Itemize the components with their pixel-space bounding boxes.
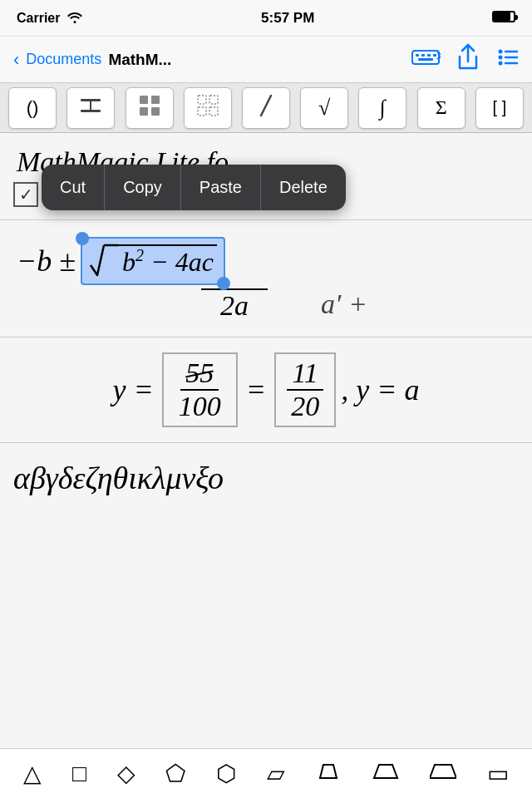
y-eq-label: y = [113, 372, 154, 407]
selection-handle-top[interactable] [76, 232, 89, 245]
diamond-shape: ◇ [117, 760, 135, 787]
svg-line-25 [261, 96, 271, 116]
frac-suffix: , y = a [341, 372, 419, 407]
svg-rect-15 [81, 110, 101, 112]
back-arrow-icon[interactable]: ‹ [13, 49, 19, 71]
trapezoid3-shape [430, 761, 456, 787]
brackets-button[interactable]: [ ] [475, 87, 524, 129]
slash-button[interactable] [242, 87, 290, 129]
svg-rect-21 [198, 96, 206, 104]
trapezoid2-shape [372, 761, 399, 787]
svg-rect-2 [421, 54, 425, 57]
svg-rect-23 [198, 107, 206, 116]
nav-right [411, 43, 519, 76]
brackets-icon: [ ] [493, 98, 507, 117]
slash-icon [253, 92, 279, 123]
svg-marker-29 [430, 765, 456, 778]
integral-icon: ∫ [380, 96, 386, 121]
triangle-shape: △ [23, 760, 42, 787]
share-button[interactable] [456, 43, 480, 76]
svg-rect-22 [209, 96, 218, 104]
boxed-fraction-2: 11 20 [274, 352, 336, 427]
matrix-icon [136, 92, 163, 123]
context-menu: Cut Copy Paste Delete [42, 165, 346, 210]
dotted-matrix-button[interactable] [184, 87, 232, 129]
status-bar: Carrier 5:57 PM [0, 0, 532, 37]
formula-row: −b ± b2 − 4ac [0, 229, 532, 285]
svg-rect-0 [412, 51, 439, 64]
svg-rect-17 [140, 96, 148, 104]
separator-3 [0, 442, 532, 443]
formula-suffix: a′ + [321, 288, 367, 322]
svg-point-8 [499, 49, 503, 53]
parentheses-icon: () [27, 97, 39, 119]
status-left: Carrier [17, 10, 83, 27]
trapezoid-shape [315, 761, 342, 787]
separator-2 [0, 337, 532, 337]
toolbar: () [0, 83, 532, 133]
sqrt-button[interactable]: √ [300, 87, 348, 129]
frac1-num: 55 [180, 357, 219, 391]
boxed-fraction-1: 55 100 [162, 352, 238, 427]
denominator-row: 2a a′ + [0, 285, 532, 328]
frac2-num: 11 [287, 357, 323, 391]
svg-rect-18 [151, 96, 160, 104]
checkbox-icon[interactable]: ✓ [13, 182, 38, 207]
svg-rect-3 [427, 54, 431, 57]
svg-marker-28 [374, 765, 397, 778]
strikethrough-55: 55 [185, 357, 214, 389]
sqrt-expression: b2 − 4ac [89, 242, 217, 280]
matrix-button[interactable] [126, 87, 174, 129]
delete-button[interactable]: Delete [261, 165, 346, 210]
selected-expression[interactable]: b2 − 4ac [81, 237, 225, 285]
frac-eq-row: y = 55 100 = 11 20 , y = a [0, 346, 532, 434]
wifi-icon [66, 10, 83, 27]
formula-denominator: 2a [215, 290, 254, 322]
documents-back-button[interactable]: Documents [26, 51, 101, 68]
status-right [492, 11, 515, 26]
list-button[interactable] [495, 46, 519, 74]
dotted-matrix-icon [195, 92, 221, 123]
sigma-icon: Σ [436, 96, 447, 119]
svg-rect-14 [81, 99, 101, 101]
copy-button[interactable]: Copy [105, 165, 181, 210]
keyboard-toggle-button[interactable] [411, 47, 441, 72]
fraction-icon [77, 92, 104, 123]
nav-bar: ‹ Documents MathM... [0, 37, 532, 83]
parallelogram-shape: ▱ [267, 760, 285, 787]
integral-button[interactable]: ∫ [358, 87, 406, 129]
selection-handle-bottom[interactable] [217, 277, 230, 290]
cut-button[interactable]: Cut [42, 165, 105, 210]
math-content: MathMagic Lite fo Cut Copy Paste Delete … [0, 133, 532, 798]
hexagon-shape: ⬡ [216, 760, 236, 787]
equals-sign: = [246, 372, 266, 407]
nav-title: MathM... [108, 51, 171, 69]
sqrt-content: b2 − 4ac [119, 244, 217, 278]
parentheses-button[interactable]: () [8, 87, 57, 129]
paste-button[interactable]: Paste [181, 165, 261, 210]
svg-rect-24 [209, 107, 218, 116]
svg-rect-1 [416, 54, 419, 57]
svg-marker-27 [320, 765, 337, 778]
svg-rect-20 [151, 107, 160, 116]
svg-point-9 [499, 55, 503, 59]
carrier-label: Carrier [17, 11, 60, 26]
shapes-row: △ □ ◇ ⬠ ⬡ ▱ ▭ [0, 748, 532, 798]
pentagon-shape: ⬠ [165, 760, 185, 787]
content-area: MathMagic Lite fo Cut Copy Paste Delete … [0, 133, 532, 798]
svg-rect-4 [433, 54, 436, 57]
square-shape: □ [72, 761, 86, 787]
greek-letters-row: αβγδεζηθικλμνξο [0, 451, 532, 505]
rectangle-shape: ▭ [487, 760, 509, 787]
sqrt-icon: √ [318, 96, 330, 121]
formula-fraction: 2a [201, 288, 268, 322]
status-time: 5:57 PM [261, 10, 314, 27]
nav-left: ‹ Documents MathM... [13, 49, 171, 71]
svg-rect-5 [418, 58, 433, 61]
frac2-den: 20 [286, 391, 324, 422]
formula-prefix: −b ± [17, 244, 76, 278]
fraction-2: 11 20 [286, 357, 324, 422]
fraction-button[interactable] [66, 87, 115, 129]
sigma-button[interactable]: Σ [417, 87, 466, 129]
frac1-den: 100 [174, 391, 226, 422]
